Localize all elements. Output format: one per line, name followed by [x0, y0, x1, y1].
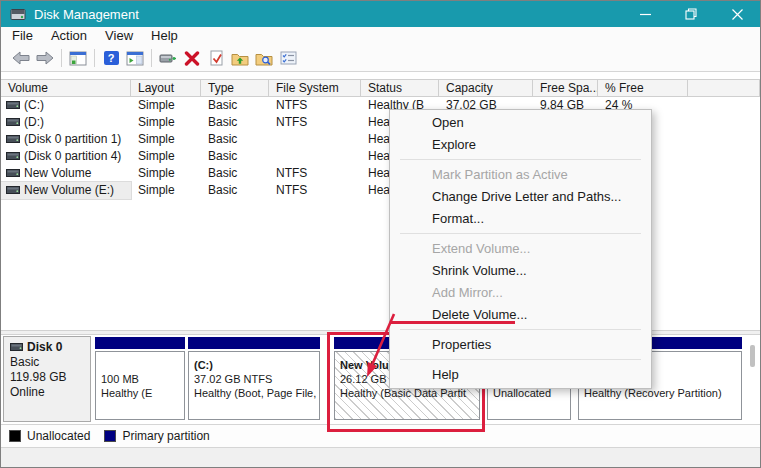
menu-item-mark-partition-as-active: Mark Partition as Active [390, 164, 651, 186]
legend-bar: UnallocatedPrimary partition [1, 424, 760, 447]
drive-icon [6, 182, 20, 199]
column-header-type[interactable]: Type [201, 80, 269, 96]
rescan-disks-icon[interactable] [156, 48, 180, 68]
partition-status: Healthy (Boot, Page File, C [194, 386, 319, 400]
layout-cell: Simple [131, 148, 201, 165]
layout-cell: Simple [131, 114, 201, 131]
file-system-cell: NTFS [269, 182, 361, 199]
close-button[interactable] [714, 1, 760, 27]
drive-icon [6, 114, 20, 131]
title-bar: Disk Management [1, 1, 760, 27]
back-icon[interactable] [9, 48, 33, 68]
layout-cell: Simple [131, 97, 201, 114]
column-header-free[interactable]: % Free [598, 80, 688, 96]
column-header-free-spa[interactable]: Free Spa... [533, 80, 598, 96]
disk-management-window: Disk Management FileActionViewHelp [0, 0, 761, 468]
delete-volume-icon[interactable] [180, 48, 204, 68]
column-header-capacity[interactable]: Capacity [439, 80, 533, 96]
scrollbar-thumb[interactable] [750, 345, 755, 367]
disk-0-header[interactable]: Disk 0 Basic 119.98 GB Online [3, 336, 91, 422]
show-action-pane-icon[interactable] [123, 48, 147, 68]
column-header-status[interactable]: Status [361, 80, 439, 96]
partition-size: 37.02 GB NTFS [194, 372, 319, 386]
partition-name: (C:) [194, 358, 319, 372]
volume-name: (D:) [24, 114, 44, 131]
menu-item-shrink-volume[interactable]: Shrink Volume... [390, 260, 651, 282]
menu-item-change-drive-letter-and-paths[interactable]: Change Drive Letter and Paths... [390, 186, 651, 208]
empty-cell [688, 148, 760, 165]
file-system-cell: NTFS [269, 114, 361, 131]
menu-item-open[interactable]: Open [390, 112, 651, 134]
volume-name: New Volume [24, 165, 91, 182]
layout-cell: Simple [131, 165, 201, 182]
disk-icon [10, 340, 23, 355]
menu-separator [400, 359, 641, 360]
restore-button[interactable] [668, 1, 714, 27]
file-system-cell [269, 131, 361, 148]
column-header-layout[interactable]: Layout [131, 80, 201, 96]
legend-swatch-primary-partition [104, 430, 116, 442]
disk-status: Online [10, 385, 90, 400]
status-strip [1, 447, 760, 468]
toolbar-separator [61, 49, 62, 67]
type-cell: Basic [201, 148, 269, 165]
mark-active-document-icon[interactable] [204, 48, 228, 68]
partition-bar-system-partition [95, 337, 185, 349]
open-folder-icon[interactable] [228, 48, 252, 68]
layout-cell: Simple [131, 131, 201, 148]
forward-icon[interactable] [33, 48, 57, 68]
explore-folder-icon[interactable] [252, 48, 276, 68]
type-cell: Basic [201, 182, 269, 199]
minimize-button[interactable] [622, 1, 668, 27]
menu-item-format[interactable]: Format... [390, 208, 651, 230]
menu-separator [400, 329, 641, 330]
partition-system-partition[interactable]: 100 MBHealthy (E [95, 351, 185, 420]
volume-name: (Disk 0 partition 1) [24, 131, 121, 148]
menu-file[interactable]: File [3, 27, 42, 45]
drive-icon [6, 97, 20, 114]
toolbar-separator [151, 49, 152, 67]
empty-cell [688, 97, 760, 114]
menu-item-add-mirror: Add Mirror... [390, 282, 651, 304]
show-console-tree-icon[interactable] [66, 48, 90, 68]
empty-cell [688, 131, 760, 148]
menu-help[interactable]: Help [142, 27, 187, 45]
partition-size: 100 MB [101, 372, 184, 386]
volume-name: (Disk 0 partition 4) [24, 148, 121, 165]
menu-item-properties[interactable]: Properties [390, 334, 651, 356]
menu-view[interactable]: View [96, 27, 142, 45]
volume-name: (C:) [24, 97, 44, 114]
empty-cell [688, 114, 760, 131]
legend-swatch-unallocated [9, 430, 21, 442]
partition-bar-c-drive [188, 337, 320, 349]
column-header-volume[interactable]: Volume [1, 80, 131, 96]
menu-bar: FileActionViewHelp [1, 27, 760, 45]
menu-action[interactable]: Action [42, 27, 96, 45]
window-title: Disk Management [34, 7, 139, 22]
volume-context-menu: OpenExploreMark Partition as ActiveChang… [389, 109, 652, 389]
help-icon[interactable]: ? [99, 48, 123, 68]
drive-icon [6, 148, 20, 165]
column-header-blank[interactable] [688, 80, 760, 96]
disk-name: Disk 0 [27, 340, 62, 355]
file-system-cell [269, 148, 361, 165]
disk-drive-app-icon [10, 8, 26, 21]
empty-cell [688, 182, 760, 199]
partition-status: Healthy (E [101, 386, 184, 400]
menu-item-help[interactable]: Help [390, 364, 651, 386]
column-header-file-system[interactable]: File System [269, 80, 361, 96]
partition-c-drive[interactable]: (C:)37.02 GB NTFSHealthy (Boot, Page Fil… [188, 351, 320, 420]
type-cell: Basic [201, 165, 269, 182]
menu-item-delete-volume[interactable]: Delete Volume... [390, 304, 651, 326]
volume-name: New Volume (E:) [24, 182, 114, 199]
menu-separator [400, 233, 641, 234]
legend-label-primary-partition: Primary partition [122, 429, 209, 443]
menu-item-explore[interactable]: Explore [390, 134, 651, 156]
properties-list-icon[interactable] [276, 48, 300, 68]
layout-cell: Simple [131, 182, 201, 199]
type-cell: Basic [201, 97, 269, 114]
empty-cell [688, 165, 760, 182]
disk-pane-scrollbar[interactable] [750, 345, 755, 415]
menu-item-extend-volume: Extend Volume... [390, 238, 651, 260]
drive-icon [6, 165, 20, 182]
